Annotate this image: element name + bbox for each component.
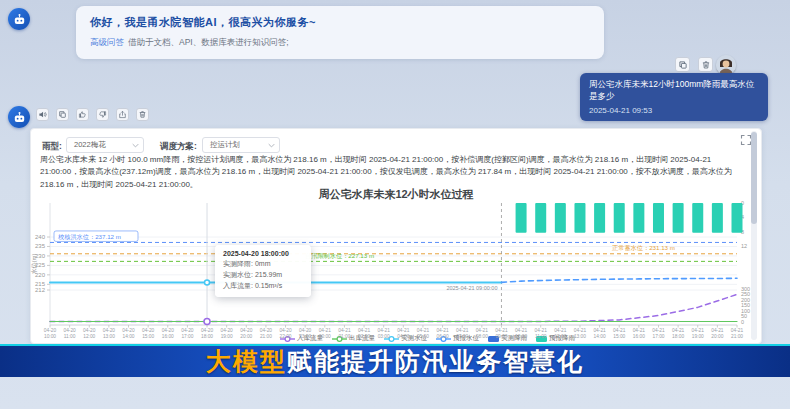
export-answer-button[interactable] xyxy=(116,108,129,121)
legend-line-marker xyxy=(436,335,451,343)
user-avatar[interactable] xyxy=(716,55,736,75)
legend-label: 出库流量 xyxy=(349,334,375,343)
chart-title: 周公宅水库未来12小时水位过程 xyxy=(30,187,762,202)
user-message-text: 周公宅水库未来12小时100mm降雨最高水位是多少 xyxy=(589,79,759,103)
rain-type-value: 2022梅花 xyxy=(74,140,106,150)
delete-answer-button[interactable] xyxy=(136,108,149,121)
tooltip-row: 入库流量: 0.15m³/s xyxy=(223,281,303,292)
legend-label: 入库流量 xyxy=(297,334,323,343)
copy-icon xyxy=(678,60,688,70)
scrollbar-thumb[interactable] xyxy=(751,132,757,224)
legend-item[interactable]: 实测水位 xyxy=(384,334,427,343)
legend-label: 预报水位 xyxy=(453,334,479,343)
chart-tooltip: 2025-04-20 18:00:00 实测降雨: 0mm 实测水位: 215.… xyxy=(215,245,311,297)
read-aloud-button[interactable] xyxy=(36,108,49,121)
ai-avatar xyxy=(8,8,30,30)
plan-value: 控运计划 xyxy=(210,140,240,150)
rain-type-label: 雨型: xyxy=(42,141,62,153)
ai-avatar-answer xyxy=(8,106,30,128)
trash-icon xyxy=(701,60,711,70)
legend-item[interactable]: 实测降雨 xyxy=(488,334,527,343)
greeting-title: 你好，我是甬水院智能AI，很高兴为你服务~ xyxy=(90,15,590,30)
legend-line-marker xyxy=(384,335,399,343)
plan-select[interactable]: 控运计划 xyxy=(202,137,280,153)
plan-label: 调度方案: xyxy=(160,141,197,153)
thumbs-down-icon xyxy=(98,110,107,119)
tooltip-title: 2025-04-20 18:00:00 xyxy=(223,250,303,257)
speaker-icon xyxy=(38,110,47,119)
greeting-subtitle: 高级问答借助于文档、API、数据库表进行知识问答; xyxy=(90,37,590,49)
delete-message-button[interactable] xyxy=(698,57,713,72)
export-icon xyxy=(118,110,127,119)
robot-icon xyxy=(12,12,27,27)
user-message-bubble: 周公宅水库未来12小时100mm降雨最高水位是多少 2025-04-21 09:… xyxy=(580,73,768,121)
rain-type-select[interactable]: 2022梅花 xyxy=(66,137,144,153)
legend-label: 实测水位 xyxy=(401,334,427,343)
tooltip-row: 实测水位: 215.99m xyxy=(223,270,303,281)
chevron-down-icon xyxy=(132,143,139,148)
advanced-qa-desc: 借助于文档、API、数据库表进行知识问答; xyxy=(128,37,289,47)
legend-label: 实测降雨 xyxy=(501,334,527,343)
legend-item[interactable]: 预报降雨 xyxy=(536,334,575,343)
assistant-greeting-bubble: 你好，我是甬水院智能AI，很高兴为你服务~ 高级问答借助于文档、API、数据库表… xyxy=(76,6,604,59)
legend-label: 预报降雨 xyxy=(549,334,575,343)
legend-item[interactable]: 预报水位 xyxy=(436,334,479,343)
trash-icon xyxy=(138,110,147,119)
legend-item[interactable]: 出库流量 xyxy=(332,334,375,343)
thumbs-down-button[interactable] xyxy=(96,108,109,121)
advanced-qa-tag: 高级问答 xyxy=(90,37,124,47)
thumbs-up-icon xyxy=(78,110,87,119)
person-photo-icon xyxy=(716,55,736,75)
forecast-summary-text: 周公宅水库未来 12 小时 100.0 mm降雨，按控运计划调度，最高水位为 2… xyxy=(40,154,752,191)
legend-bar-marker xyxy=(488,335,499,343)
legend-bar-marker xyxy=(536,335,547,343)
legend-item[interactable]: 入库流量 xyxy=(280,334,323,343)
copy-icon xyxy=(58,110,67,119)
chevron-down-icon xyxy=(268,143,275,148)
panel-scrollbar[interactable] xyxy=(751,131,757,340)
tooltip-row: 实测降雨: 0mm xyxy=(223,259,303,270)
banner-text: 赋能提升防汛业务智慧化 xyxy=(287,345,584,378)
legend-line-marker xyxy=(280,335,295,343)
bottom-banner: 大模型赋能提升防汛业务智慧化 xyxy=(0,344,790,377)
robot-icon xyxy=(12,110,27,125)
thumbs-up-button[interactable] xyxy=(76,108,89,121)
banner-highlight: 大模型 xyxy=(206,345,287,378)
chart-legend: 入库流量出库流量实测水位预报水位实测降雨预报降雨 xyxy=(280,334,575,343)
legend-line-marker xyxy=(332,335,347,343)
copy-answer-button[interactable] xyxy=(56,108,69,121)
copy-message-button[interactable] xyxy=(675,57,690,72)
chat-page: 你好，我是甬水院智能AI，很高兴为你服务~ 高级问答借助于文档、API、数据库表… xyxy=(0,0,790,409)
user-message-time: 2025-04-21 09:53 xyxy=(589,106,759,115)
